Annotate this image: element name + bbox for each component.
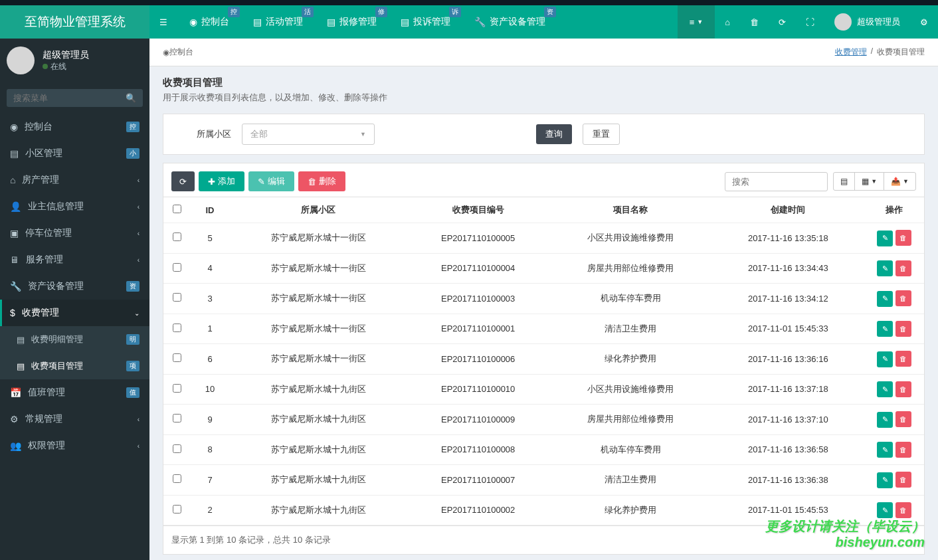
cell-community: 苏宁威尼斯水城十九街区	[230, 405, 407, 435]
watermark: 更多设计请关注（毕设云） bisheyun.com	[765, 518, 925, 550]
cell-name: 房屋共用部位维修费用	[549, 405, 712, 435]
avatar	[7, 47, 35, 74]
community-select[interactable]: 全部 ▼	[242, 124, 375, 145]
row-edit-button[interactable]: ✎	[877, 502, 893, 518]
sidebar-item-asset[interactable]: 🔧资产设备管理资	[0, 273, 149, 300]
row-checkbox[interactable]	[173, 233, 181, 241]
table-header-row: ID 所属小区 收费项目编号 项目名称 创建时间 操作	[163, 197, 924, 223]
cell-code: EP2017110100009	[407, 405, 549, 435]
sidebar-item-property[interactable]: ⌂房产管理‹	[0, 167, 149, 193]
query-button[interactable]: 查询	[536, 124, 572, 144]
nav-console[interactable]: ◉ 控制台 控	[177, 5, 241, 39]
view-list-button[interactable]: ▤	[833, 172, 855, 191]
view-grid-button[interactable]: ▦ ▼	[854, 172, 884, 191]
sidebar-item-duty[interactable]: 📅值班管理值	[0, 379, 149, 406]
sidebar-subitem-fee-item[interactable]: ▤收费项目管理项	[0, 353, 149, 379]
sidebar-item-fee[interactable]: $收费管理⌄	[0, 300, 149, 326]
sidebar-item-owner[interactable]: 👤业主信息管理‹	[0, 193, 149, 220]
chevron-left-icon: ‹	[138, 256, 140, 264]
cell-community: 苏宁威尼斯水城十一街区	[230, 284, 407, 314]
row-delete-button[interactable]: 🗑	[895, 351, 911, 367]
cell-created: 2017-11-16 13:35:18	[712, 223, 864, 254]
sidebar-item-permission[interactable]: 👥权限管理‹	[0, 432, 149, 459]
pencil-icon: ✎	[882, 325, 888, 333]
user-menu[interactable]: 超级管理员	[824, 5, 910, 39]
row-checkbox[interactable]	[173, 444, 181, 453]
trash-icon[interactable]: 🗑	[740, 5, 769, 39]
row-delete-button[interactable]: 🗑	[895, 260, 911, 276]
sidebar-item-service[interactable]: 🖥服务管理‹	[0, 246, 149, 273]
col-community[interactable]: 所属小区	[230, 197, 407, 223]
col-created[interactable]: 创建时间	[712, 197, 864, 223]
reset-button[interactable]: 重置	[583, 124, 620, 145]
export-button[interactable]: 📤 ▼	[884, 172, 916, 191]
cell-code: EP2017110100007	[407, 465, 549, 496]
row-edit-button[interactable]: ✎	[877, 291, 893, 307]
row-delete-button[interactable]: 🗑	[895, 381, 911, 397]
nav-more-dropdown[interactable]: ≡ ▼	[678, 5, 715, 39]
row-edit-button[interactable]: ✎	[877, 231, 893, 246]
nav-repair[interactable]: ▤ 报修管理 修	[315, 5, 389, 39]
select-all-checkbox[interactable]	[173, 205, 181, 213]
row-delete-button[interactable]: 🗑	[895, 502, 911, 518]
nav-complaint[interactable]: ▤ 投诉管理 诉	[389, 5, 462, 39]
row-delete-button[interactable]: 🗑	[895, 411, 911, 427]
sidebar-item-general[interactable]: ⚙常规管理‹	[0, 406, 149, 432]
sidebar-item-console[interactable]: ◉控制台控	[0, 114, 149, 140]
search-icon[interactable]: 🔍	[126, 93, 136, 103]
nav-activity[interactable]: ▤ 活动管理 活	[241, 5, 315, 39]
sidebar-toggle[interactable]: ☰	[149, 5, 177, 39]
row-edit-button[interactable]: ✎	[877, 442, 893, 458]
add-button[interactable]: ✚添加	[199, 171, 244, 191]
search-input[interactable]	[13, 93, 126, 103]
cell-community: 苏宁威尼斯水城十九街区	[230, 465, 407, 496]
row-edit-button[interactable]: ✎	[877, 260, 893, 276]
page-subtitle: 用于展示收费项目列表信息，以及增加、修改、删除等操作	[163, 92, 925, 104]
sidebar-item-parking[interactable]: ▣停车位管理‹	[0, 220, 149, 246]
cell-id: 2	[190, 495, 230, 525]
settings-icon[interactable]: ⚙	[910, 5, 938, 39]
row-edit-button[interactable]: ✎	[877, 321, 893, 337]
row-checkbox[interactable]	[173, 353, 181, 362]
row-delete-button[interactable]: 🗑	[895, 442, 911, 458]
cell-code: EP2017110100006	[407, 344, 549, 375]
sidebar-item-community[interactable]: ▤小区管理小	[0, 140, 149, 167]
table-row: 1 苏宁威尼斯水城十一街区 EP2017110100001 清洁卫生费用 201…	[163, 314, 924, 344]
row-checkbox[interactable]	[173, 474, 181, 483]
delete-button[interactable]: 🗑删除	[298, 171, 345, 191]
cell-community: 苏宁威尼斯水城十一街区	[230, 314, 407, 344]
row-checkbox[interactable]	[173, 414, 181, 422]
home-icon[interactable]: ⌂	[715, 5, 740, 39]
sidebar-subitem-fee-detail[interactable]: ▤收费明细管理明	[0, 326, 149, 353]
filter-bar: 所属小区 全部 ▼ 查询 重置	[163, 114, 925, 155]
refresh-icon[interactable]: ⟳	[769, 5, 796, 39]
user-icon: 👤	[10, 201, 21, 212]
row-edit-button[interactable]: ✎	[877, 381, 893, 397]
row-delete-button[interactable]: 🗑	[895, 230, 911, 246]
refresh-button[interactable]: ⟳	[171, 171, 195, 191]
trash-icon: 🗑	[899, 264, 907, 272]
col-name[interactable]: 项目名称	[549, 197, 712, 223]
row-edit-button[interactable]: ✎	[877, 351, 893, 367]
cell-community: 苏宁威尼斯水城十一街区	[230, 253, 407, 284]
row-checkbox[interactable]	[173, 293, 181, 302]
row-checkbox[interactable]	[173, 263, 181, 272]
table-search-input[interactable]	[725, 172, 828, 191]
col-code[interactable]: 收费项目编号	[407, 197, 549, 223]
row-delete-button[interactable]: 🗑	[895, 290, 911, 306]
row-checkbox[interactable]	[173, 505, 181, 513]
row-checkbox[interactable]	[173, 324, 181, 332]
wrench-icon: 🔧	[474, 17, 486, 27]
breadcrumb-parent[interactable]: 收费管理	[835, 47, 867, 58]
chevron-left-icon: ‹	[138, 442, 140, 450]
row-edit-button[interactable]: ✎	[877, 412, 893, 428]
row-delete-button[interactable]: 🗑	[895, 321, 911, 337]
menu-search[interactable]: 🔍	[7, 89, 143, 107]
row-edit-button[interactable]: ✎	[877, 472, 893, 488]
row-checkbox[interactable]	[173, 384, 181, 393]
col-id[interactable]: ID	[190, 197, 230, 223]
row-delete-button[interactable]: 🗑	[895, 472, 911, 488]
nav-asset[interactable]: 🔧 资产设备管理 资	[462, 5, 557, 39]
edit-button[interactable]: ✎编辑	[248, 171, 294, 191]
fullscreen-icon[interactable]: ⛶	[796, 5, 824, 39]
